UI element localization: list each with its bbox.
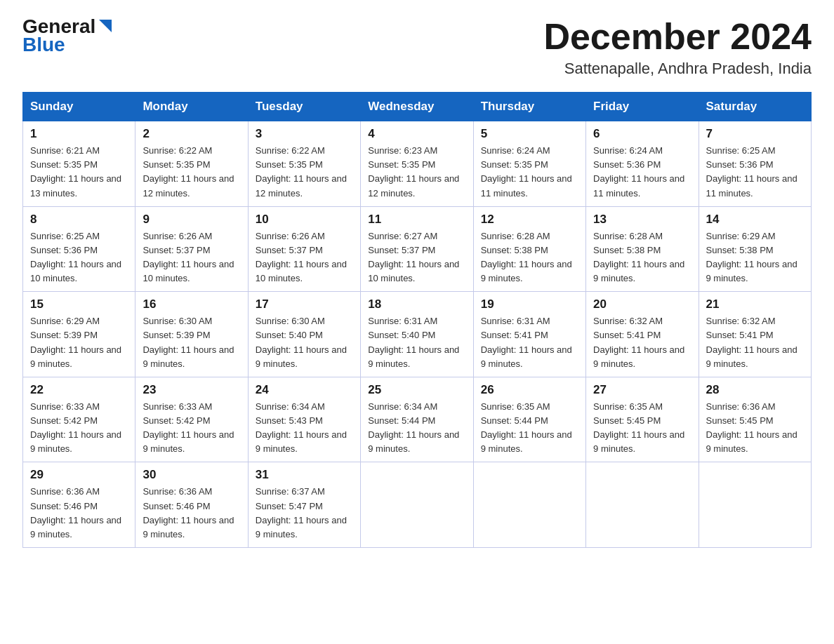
day-number: 20	[593, 297, 691, 311]
logo-blue-text: Blue	[22, 34, 113, 56]
day-info: Sunrise: 6:28 AMSunset: 5:38 PMDaylight:…	[593, 229, 691, 286]
calendar-cell: 11Sunrise: 6:27 AMSunset: 5:37 PMDayligh…	[361, 206, 473, 292]
weekday-header-friday: Friday	[586, 93, 699, 121]
day-number: 12	[481, 213, 578, 227]
calendar-cell: 21Sunrise: 6:32 AMSunset: 5:41 PMDayligh…	[699, 292, 811, 377]
location-subtitle: Sattenapalle, Andhra Pradesh, India	[543, 60, 812, 78]
month-title: December 2024	[543, 17, 812, 57]
day-number: 21	[706, 297, 804, 311]
calendar-cell: 10Sunrise: 6:26 AMSunset: 5:37 PMDayligh…	[248, 206, 360, 292]
title-area: December 2024 Sattenapalle, Andhra Prade…	[543, 17, 812, 78]
calendar-cell: 13Sunrise: 6:28 AMSunset: 5:38 PMDayligh…	[586, 206, 699, 292]
calendar-table: SundayMondayTuesdayWednesdayThursdayFrid…	[22, 92, 812, 548]
calendar-cell: 3Sunrise: 6:22 AMSunset: 5:35 PMDaylight…	[248, 121, 360, 207]
weekday-header-tuesday: Tuesday	[248, 93, 360, 121]
day-number: 23	[143, 383, 240, 397]
calendar-cell: 9Sunrise: 6:26 AMSunset: 5:37 PMDaylight…	[135, 206, 248, 292]
day-info: Sunrise: 6:34 AMSunset: 5:44 PMDaylight:…	[368, 400, 465, 457]
day-info: Sunrise: 6:35 AMSunset: 5:45 PMDaylight:…	[593, 400, 691, 457]
day-info: Sunrise: 6:34 AMSunset: 5:43 PMDaylight:…	[256, 400, 353, 457]
day-info: Sunrise: 6:21 AMSunset: 5:35 PMDaylight:…	[30, 144, 128, 201]
header: General Blue December 2024 Sattenapalle,…	[22, 17, 812, 78]
calendar-cell: 18Sunrise: 6:31 AMSunset: 5:40 PMDayligh…	[361, 292, 473, 377]
day-info: Sunrise: 6:22 AMSunset: 5:35 PMDaylight:…	[256, 144, 353, 201]
calendar-cell	[361, 462, 473, 548]
calendar-cell: 29Sunrise: 6:36 AMSunset: 5:46 PMDayligh…	[23, 462, 135, 548]
day-number: 19	[481, 297, 578, 311]
day-number: 16	[143, 297, 240, 311]
day-info: Sunrise: 6:33 AMSunset: 5:42 PMDaylight:…	[143, 400, 240, 457]
day-number: 24	[256, 383, 353, 397]
calendar-cell: 1Sunrise: 6:21 AMSunset: 5:35 PMDaylight…	[23, 121, 135, 207]
day-info: Sunrise: 6:36 AMSunset: 5:46 PMDaylight:…	[30, 485, 128, 542]
day-info: Sunrise: 6:26 AMSunset: 5:37 PMDaylight:…	[143, 229, 240, 286]
day-number: 2	[143, 127, 240, 141]
day-info: Sunrise: 6:29 AMSunset: 5:38 PMDaylight:…	[706, 229, 804, 286]
day-info: Sunrise: 6:23 AMSunset: 5:35 PMDaylight:…	[368, 144, 465, 201]
day-number: 11	[368, 213, 465, 227]
calendar-cell: 22Sunrise: 6:33 AMSunset: 5:42 PMDayligh…	[23, 377, 135, 462]
day-info: Sunrise: 6:25 AMSunset: 5:36 PMDaylight:…	[706, 144, 804, 201]
day-info: Sunrise: 6:33 AMSunset: 5:42 PMDaylight:…	[30, 400, 128, 457]
calendar-week-row: 15Sunrise: 6:29 AMSunset: 5:39 PMDayligh…	[23, 292, 812, 377]
day-number: 15	[30, 297, 128, 311]
day-number: 7	[706, 127, 804, 141]
weekday-header-monday: Monday	[135, 93, 248, 121]
day-info: Sunrise: 6:24 AMSunset: 5:36 PMDaylight:…	[593, 144, 691, 201]
calendar-cell: 24Sunrise: 6:34 AMSunset: 5:43 PMDayligh…	[248, 377, 360, 462]
day-number: 31	[256, 468, 353, 482]
day-number: 1	[30, 127, 128, 141]
calendar-cell: 7Sunrise: 6:25 AMSunset: 5:36 PMDaylight…	[699, 121, 811, 207]
day-number: 5	[481, 127, 578, 141]
weekday-header-thursday: Thursday	[473, 93, 585, 121]
calendar-cell: 27Sunrise: 6:35 AMSunset: 5:45 PMDayligh…	[586, 377, 699, 462]
calendar-cell: 17Sunrise: 6:30 AMSunset: 5:40 PMDayligh…	[248, 292, 360, 377]
day-number: 14	[706, 213, 804, 227]
calendar-cell: 28Sunrise: 6:36 AMSunset: 5:45 PMDayligh…	[699, 377, 811, 462]
day-info: Sunrise: 6:22 AMSunset: 5:35 PMDaylight:…	[143, 144, 240, 201]
day-number: 26	[481, 383, 578, 397]
calendar-cell: 8Sunrise: 6:25 AMSunset: 5:36 PMDaylight…	[23, 206, 135, 292]
calendar-cell: 19Sunrise: 6:31 AMSunset: 5:41 PMDayligh…	[473, 292, 585, 377]
day-info: Sunrise: 6:36 AMSunset: 5:45 PMDaylight:…	[706, 400, 804, 457]
calendar-cell: 20Sunrise: 6:32 AMSunset: 5:41 PMDayligh…	[586, 292, 699, 377]
day-number: 30	[143, 468, 240, 482]
day-number: 18	[368, 297, 465, 311]
calendar-cell: 15Sunrise: 6:29 AMSunset: 5:39 PMDayligh…	[23, 292, 135, 377]
calendar-cell: 14Sunrise: 6:29 AMSunset: 5:38 PMDayligh…	[699, 206, 811, 292]
calendar-cell: 16Sunrise: 6:30 AMSunset: 5:39 PMDayligh…	[135, 292, 248, 377]
calendar-cell	[473, 462, 585, 548]
day-number: 8	[30, 213, 128, 227]
weekday-header-row: SundayMondayTuesdayWednesdayThursdayFrid…	[23, 93, 812, 121]
weekday-header-wednesday: Wednesday	[361, 93, 473, 121]
day-number: 28	[706, 383, 804, 397]
day-number: 22	[30, 383, 128, 397]
day-info: Sunrise: 6:30 AMSunset: 5:40 PMDaylight:…	[256, 314, 353, 371]
day-info: Sunrise: 6:35 AMSunset: 5:44 PMDaylight:…	[481, 400, 578, 457]
day-info: Sunrise: 6:32 AMSunset: 5:41 PMDaylight:…	[706, 314, 804, 371]
calendar-week-row: 1Sunrise: 6:21 AMSunset: 5:35 PMDaylight…	[23, 121, 812, 207]
calendar-cell: 2Sunrise: 6:22 AMSunset: 5:35 PMDaylight…	[135, 121, 248, 207]
calendar-cell: 25Sunrise: 6:34 AMSunset: 5:44 PMDayligh…	[361, 377, 473, 462]
day-info: Sunrise: 6:29 AMSunset: 5:39 PMDaylight:…	[30, 314, 128, 371]
day-number: 29	[30, 468, 128, 482]
day-info: Sunrise: 6:36 AMSunset: 5:46 PMDaylight:…	[143, 485, 240, 542]
calendar-cell: 4Sunrise: 6:23 AMSunset: 5:35 PMDaylight…	[361, 121, 473, 207]
day-info: Sunrise: 6:37 AMSunset: 5:47 PMDaylight:…	[256, 485, 353, 542]
calendar-cell: 23Sunrise: 6:33 AMSunset: 5:42 PMDayligh…	[135, 377, 248, 462]
day-info: Sunrise: 6:31 AMSunset: 5:40 PMDaylight:…	[368, 314, 465, 371]
calendar-cell: 31Sunrise: 6:37 AMSunset: 5:47 PMDayligh…	[248, 462, 360, 548]
day-info: Sunrise: 6:31 AMSunset: 5:41 PMDaylight:…	[481, 314, 578, 371]
logo: General Blue	[22, 17, 113, 56]
calendar-cell: 5Sunrise: 6:24 AMSunset: 5:35 PMDaylight…	[473, 121, 585, 207]
calendar-cell: 12Sunrise: 6:28 AMSunset: 5:38 PMDayligh…	[473, 206, 585, 292]
day-info: Sunrise: 6:32 AMSunset: 5:41 PMDaylight:…	[593, 314, 691, 371]
day-number: 9	[143, 213, 240, 227]
calendar-week-row: 8Sunrise: 6:25 AMSunset: 5:36 PMDaylight…	[23, 206, 812, 292]
svg-marker-0	[99, 20, 112, 32]
weekday-header-saturday: Saturday	[699, 93, 811, 121]
day-info: Sunrise: 6:27 AMSunset: 5:37 PMDaylight:…	[368, 229, 465, 286]
day-number: 4	[368, 127, 465, 141]
day-info: Sunrise: 6:26 AMSunset: 5:37 PMDaylight:…	[256, 229, 353, 286]
day-info: Sunrise: 6:30 AMSunset: 5:39 PMDaylight:…	[143, 314, 240, 371]
